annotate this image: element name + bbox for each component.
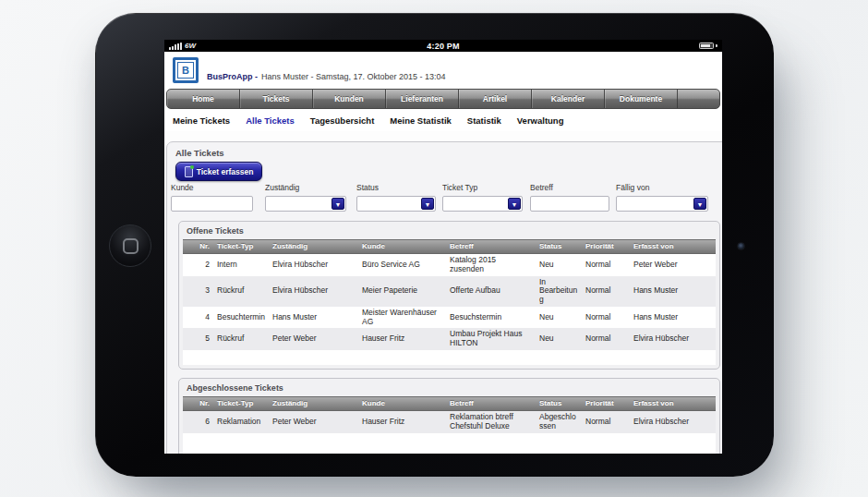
cell: 3 <box>183 285 213 297</box>
alle-tickets-panel: Alle Tickets Ticket erfassen Kunde Zustä… <box>166 141 722 454</box>
screen: 6W 4:20 PM B BusProApp -Hans Muster - Sa… <box>164 40 722 454</box>
app-name: BusProApp - <box>207 72 258 81</box>
cell: Büro Service AG <box>358 259 446 272</box>
subnav-meine-statistik[interactable]: Meine Statistik <box>390 115 452 126</box>
tablet-device: 6W 4:20 PM B BusProApp -Hans Muster - Sa… <box>95 13 774 477</box>
dropdown-arrow-icon[interactable]: ▼ <box>693 198 706 210</box>
filter-label-faellig-von: Fällig von <box>616 183 708 192</box>
dropdown-arrow-icon[interactable]: ▼ <box>508 198 521 210</box>
cell: Elvira Hübscher <box>269 285 358 297</box>
nav-tab-kalender[interactable]: Kalender <box>532 90 605 108</box>
carrier-label: 6W <box>185 42 196 50</box>
content-area: Alle Tickets Ticket erfassen Kunde Zustä… <box>164 131 722 454</box>
subnav-alle-tickets[interactable]: Alle Tickets <box>246 115 295 126</box>
filter-label-ticket-typ: Ticket Typ <box>442 183 523 192</box>
page-title: Alle Tickets <box>175 148 224 158</box>
cell: Rückruf <box>213 333 269 345</box>
cell: Hans Muster <box>269 311 358 324</box>
ticket-erfassen-label: Ticket erfassen <box>197 167 254 176</box>
cell: Normal <box>582 285 630 297</box>
table-header-row: Nr. Ticket-Typ Zuständig Kunde Betreff S… <box>183 239 716 254</box>
filter-label-status: Status <box>356 183 436 192</box>
cell: Neu <box>536 259 582 272</box>
cell: Katalog 2015 zusenden <box>446 254 536 276</box>
cell: Reklamation btreff Chefstuhl Deluxe <box>446 411 536 433</box>
cell: Peter Weber <box>269 333 358 345</box>
col-betreff: Betreff <box>446 397 536 410</box>
nav-tab-artikel[interactable]: Artikel <box>459 90 532 108</box>
home-button[interactable] <box>109 224 151 267</box>
nav-tab-dokumente[interactable]: Dokumente <box>605 90 678 108</box>
subnav-verwaltung[interactable]: Verwaltung <box>517 115 564 126</box>
filter-select-zustaendig[interactable]: ▼ <box>265 196 346 212</box>
cell: Normal <box>582 416 630 429</box>
filter-ticket-typ: Ticket Typ ▼ <box>442 183 523 212</box>
battery-icon <box>699 42 714 49</box>
filter-select-faellig-von[interactable]: ▼ <box>616 196 708 212</box>
nav-tab-home[interactable]: Home <box>167 90 240 108</box>
cell: Besuchtermin <box>213 311 269 324</box>
cell: Elvira Hübscher <box>630 416 716 429</box>
col-betreff: Betreff <box>446 240 536 253</box>
signal-icon <box>169 42 182 50</box>
subnav-statistik[interactable]: Statistik <box>467 115 501 126</box>
battery-tip <box>716 44 717 47</box>
filter-input-betreff[interactable] <box>530 196 609 212</box>
cell: Peter Weber <box>630 259 716 272</box>
ticket-row[interactable]: 2 Intern Elvira Hübscher Büro Service AG… <box>183 254 716 276</box>
filter-select-ticket-typ[interactable]: ▼ <box>442 196 523 212</box>
col-nr: Nr. <box>183 397 213 410</box>
filter-zustaendig: Zuständig ▼ <box>265 183 346 212</box>
col-erfasst-von: Erfasst von <box>630 397 716 410</box>
cell: Normal <box>582 333 630 345</box>
ticket-row[interactable]: 3 Rückruf Elvira Hübscher Meier Papeteri… <box>183 276 716 307</box>
sub-nav: Meine Tickets Alle Tickets Tagesübersich… <box>166 109 720 131</box>
cell: Rückruf <box>213 285 269 297</box>
cell: Hans Muster <box>630 285 716 297</box>
cell: Elvira Hübscher <box>630 333 716 345</box>
subnav-tagesuebersicht[interactable]: Tagesübersicht <box>310 115 375 126</box>
col-erfasst-von: Erfasst von <box>630 240 716 253</box>
session-info: Hans Muster - Samstag, 17. Oktober 2015 … <box>261 72 446 81</box>
col-prioritaet: Priorität <box>582 397 630 410</box>
nav-tab-lieferanten[interactable]: Lieferanten <box>386 90 459 108</box>
ticket-row[interactable]: 4 Besuchtermin Hans Muster Meister Waren… <box>183 307 716 329</box>
offene-tickets-table: Nr. Ticket-Typ Zuständig Kunde Betreff S… <box>183 239 716 365</box>
filter-label-zustaendig: Zuständig <box>265 183 346 192</box>
cell: Meier Papeterie <box>358 285 446 297</box>
col-zustaendig: Zuständig <box>269 240 358 253</box>
app-header: B BusProApp -Hans Muster - Samstag, 17. … <box>164 52 722 88</box>
subnav-meine-tickets[interactable]: Meine Tickets <box>173 115 230 126</box>
dropdown-arrow-icon[interactable]: ▼ <box>332 198 344 210</box>
filter-input-kunde[interactable] <box>171 196 253 212</box>
ticket-row[interactable]: 6 Reklamation Peter Weber Hauser Fritz R… <box>183 411 716 433</box>
offene-tickets-panel: Offene Tickets Nr. Ticket-Typ Zuständig … <box>178 221 720 370</box>
nav-tab-kunden[interactable]: Kunden <box>313 90 386 108</box>
filter-select-status[interactable]: ▼ <box>356 196 436 212</box>
col-kunde: Kunde <box>358 397 446 410</box>
filter-label-betreff: Betreff <box>530 183 609 192</box>
filter-label-kunde: Kunde <box>171 183 253 192</box>
col-status: Status <box>536 397 582 410</box>
filter-faellig-von: Fällig von ▼ <box>616 183 708 212</box>
filter-kunde: Kunde <box>171 183 253 212</box>
filter-status: Status ▼ <box>356 183 436 212</box>
ticket-row[interactable]: 5 Rückruf Peter Weber Hauser Fritz Umbau… <box>183 328 716 350</box>
cell: Elvira Hübscher <box>269 259 358 272</box>
cell: 5 <box>183 333 213 345</box>
abgeschlossene-tickets-table: Nr. Ticket-Typ Zuständig Kunde Betreff S… <box>183 396 716 454</box>
table-header-row: Nr. Ticket-Typ Zuständig Kunde Betreff S… <box>183 396 716 411</box>
cell: 2 <box>183 259 213 272</box>
col-ticket-typ: Ticket-Typ <box>213 240 269 253</box>
status-left: 6W <box>169 40 196 52</box>
dropdown-arrow-icon[interactable]: ▼ <box>421 198 434 210</box>
cell: In Bearbeitung <box>536 276 582 307</box>
cell: Neu <box>536 311 582 324</box>
cell: Peter Weber <box>269 416 358 429</box>
ticket-erfassen-button[interactable]: Ticket erfassen <box>175 162 262 181</box>
new-ticket-icon <box>185 166 193 177</box>
nav-tab-tickets[interactable]: Tickets <box>240 90 313 108</box>
cell: Hauser Fritz <box>358 416 446 429</box>
cell: Abgeschlossen <box>536 411 582 433</box>
cell: Meister Warenhäuser AG <box>358 307 446 329</box>
